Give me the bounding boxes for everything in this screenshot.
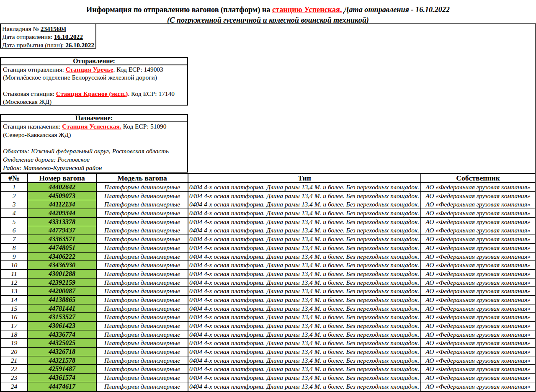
title-station-link[interactable]: станцию Успенская. <box>272 5 342 14</box>
wagon-row-12: 1242392159Платформы длинномерные0404 4-х… <box>1 279 535 287</box>
wagon-row-2: 244509073Платформы длинномерные0404 4-х … <box>1 192 535 201</box>
wagon-number: 44326718 <box>28 348 97 356</box>
wagon-number: 42392159 <box>28 279 97 287</box>
wagon-owner: АО «Федеральная грузовая компания» <box>421 218 535 226</box>
document-title: Информация по отправлению вагонов (платф… <box>0 5 536 26</box>
wagon-number: 42591487 <box>28 365 97 373</box>
wagon-type: 0404 4-х осная платформа. Длина рамы 13,… <box>188 356 421 365</box>
header-cell-index: #№ <box>1 174 28 182</box>
wagon-type: 0404 4-х осная платформа. Длина рамы 13,… <box>188 296 421 304</box>
wagon-owner: АО «Федеральная грузовая компания» <box>421 244 535 252</box>
wagon-number: 44209344 <box>28 209 97 217</box>
wagon-index: 23 <box>1 374 28 382</box>
wagon-number: 44509073 <box>28 192 97 200</box>
wagon-index: 3 <box>1 200 28 209</box>
wagon-index: 22 <box>1 365 28 373</box>
wagon-index: 14 <box>1 296 28 304</box>
wagon-number: 44402642 <box>28 183 97 191</box>
wagon-number: 44474617 <box>28 382 97 391</box>
wagon-type: 0404 4-х осная платформа. Длина рамы 13,… <box>188 374 421 382</box>
wagon-type: 0404 4-х осная платформа. Длина рамы 13,… <box>188 304 421 313</box>
wagon-owner: АО «Федеральная грузовая компания» <box>421 356 535 365</box>
wagon-table-body: 144402642Платформы длинномерные0404 4-х … <box>1 183 535 391</box>
wagon-owner: АО «Федеральная грузовая компания» <box>421 226 535 235</box>
departure-box: Отправление: Станция отправления: Станци… <box>0 57 188 106</box>
wagon-owner: АО «Федеральная грузовая компания» <box>421 348 535 356</box>
title-date: Дата отправления - 16.10.2022 <box>342 5 450 14</box>
wagon-model: Платформы длинномерные <box>97 287 188 295</box>
wagon-number: 43061423 <box>28 322 97 330</box>
arrival-date-label: Дата прибытия (план): <box>2 41 65 49</box>
wagon-model: Платформы длинномерные <box>97 365 188 373</box>
wagon-number: 44781441 <box>28 304 97 313</box>
wagon-number: 43406222 <box>28 253 97 261</box>
wagon-type: 0404 4-х осная платформа. Длина рамы 13,… <box>188 382 421 391</box>
wagon-model: Платформы длинномерные <box>97 218 188 226</box>
wagon-row-6: 644779437Платформы длинномерные0404 4-х … <box>1 226 535 235</box>
wagon-row-7: 743363571Платформы длинномерные0404 4-х … <box>1 235 535 244</box>
wagon-index: 16 <box>1 313 28 321</box>
junction-station-link[interactable]: Станция Красное (эксп.) <box>56 90 128 97</box>
wagon-owner: АО «Федеральная грузовая компания» <box>421 374 535 382</box>
destination-station-code: Код ЕСР: 51090 <box>121 123 167 130</box>
wagon-table: #№ Номер вагона Модель вагона Тип Собств… <box>0 173 536 392</box>
wagon-number: 43436930 <box>28 261 97 269</box>
wagon-number: 44200087 <box>28 287 97 295</box>
wagon-type: 0404 4-х осная платформа. Длина рамы 13,… <box>188 261 421 269</box>
arrival-date-value: 26.10.2022 <box>65 41 94 49</box>
departure-header: Отправление: <box>1 58 187 65</box>
wagon-row-10: 1043436930Платформы длинномерные0404 4-х… <box>1 261 535 270</box>
junction-station-code: . Код ЕСР: 17140 <box>128 90 175 97</box>
wagon-model: Платформы длинномерные <box>97 244 188 252</box>
departure-date-value: 16.10.2022 <box>54 33 83 40</box>
wagon-index: 7 <box>1 235 28 243</box>
wagon-owner: АО «Федеральная грузовая компания» <box>421 183 535 191</box>
wagon-row-23: 2344361574Платформы длинномерные0404 4-х… <box>1 374 535 382</box>
destination-box: Назначение: Станция назначения: Станция … <box>0 114 188 173</box>
waybill-box: Накладная № 23415604 Дата отправления: 1… <box>0 23 96 49</box>
destination-station-link[interactable]: Станция Успенская. <box>62 123 121 130</box>
wagon-model: Платформы длинномерные <box>97 200 188 209</box>
wagon-index: 20 <box>1 348 28 356</box>
wagon-owner: АО «Федеральная грузовая компания» <box>421 235 535 243</box>
title-line-1: Информация по отправлению вагонов (платф… <box>0 5 536 15</box>
wagon-model: Платформы длинномерные <box>97 304 188 313</box>
header-cell-owner: Собственник <box>421 174 535 182</box>
wagon-number: 44325025 <box>28 339 97 347</box>
shipment-info-sheet: Информация по отправлению вагонов (платф… <box>0 0 536 392</box>
wagon-index: 5 <box>1 218 28 226</box>
wagon-row-21: 2144321578Платформы длинномерные0404 4-х… <box>1 356 535 365</box>
wagon-row-17: 1743061423Платформы длинномерные0404 4-х… <box>1 322 535 330</box>
wagon-index: 9 <box>1 253 28 261</box>
wagon-row-22: 2242591487Платформы длинномерные0404 4-х… <box>1 365 535 374</box>
wagon-row-15: 1544781441Платформы длинномерные0404 4-х… <box>1 304 535 313</box>
wagon-type: 0404 4-х осная платформа. Длина рамы 13,… <box>188 253 421 261</box>
destination-blank-line <box>3 139 187 147</box>
wagon-type: 0404 4-х осная платформа. Длина рамы 13,… <box>188 287 421 295</box>
title-text: Информация по отправлению вагонов (платф… <box>86 5 272 14</box>
wagon-index: 12 <box>1 279 28 287</box>
departure-station-link[interactable]: Станция Уречье <box>66 66 113 73</box>
wagon-row-18: 1844336774Платформы длинномерные0404 4-х… <box>1 330 535 339</box>
departure-station-code: . Код ЕСР: 149003 <box>113 66 163 73</box>
wagon-number: 44336774 <box>28 330 97 339</box>
destination-division-line: Отделение дороги: Ростовское <box>3 155 187 164</box>
wagon-number: 44138865 <box>28 296 97 304</box>
wagon-owner: АО «Федеральная грузовая компания» <box>421 209 535 217</box>
header-cell-wagon-number: Номер вагона <box>28 174 97 182</box>
wagon-row-1: 144402642Платформы длинномерные0404 4-х … <box>1 183 535 192</box>
wagon-number: 44361574 <box>28 374 97 382</box>
wagon-type: 0404 4-х осная платформа. Длина рамы 13,… <box>188 183 421 191</box>
wagon-index: 11 <box>1 270 28 278</box>
destination-district-line: Район: Матвеево-Курганский район <box>3 164 187 172</box>
wagon-model: Платформы длинномерные <box>97 313 188 321</box>
wagon-row-3: 344112134Платформы длинномерные0404 4-х … <box>1 200 535 209</box>
wagon-type: 0404 4-х осная платформа. Длина рамы 13,… <box>188 313 421 321</box>
wagon-type: 0404 4-х осная платформа. Длина рамы 13,… <box>188 192 421 200</box>
wagon-index: 1 <box>1 183 28 191</box>
wagon-type: 0404 4-х осная платформа. Длина рамы 13,… <box>188 330 421 339</box>
waybill-number-label: Накладная № <box>2 25 41 32</box>
wagon-model: Платформы длинномерные <box>97 382 188 391</box>
wagon-owner: АО «Федеральная грузовая компания» <box>421 279 535 287</box>
wagon-model: Платформы длинномерные <box>97 270 188 278</box>
